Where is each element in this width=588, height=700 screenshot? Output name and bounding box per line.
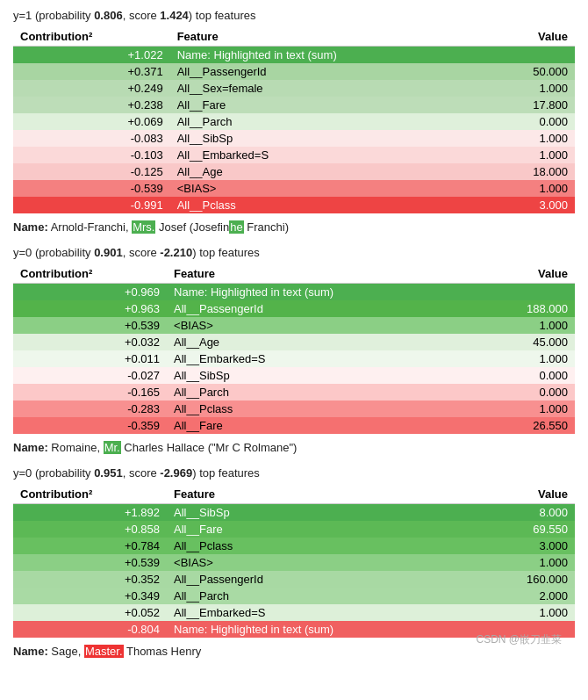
- value-cell: [477, 284, 575, 301]
- name-title-highlight: Mr.: [104, 441, 121, 454]
- watermark: CSDN @嵌刀韭菜: [476, 632, 562, 647]
- feature-cell: All__Pclass: [167, 401, 477, 417]
- contribution-cell: -0.125: [13, 163, 170, 180]
- feature-cell: All__Age: [167, 334, 477, 350]
- contribution-cell: +0.011: [13, 350, 167, 367]
- value-cell: 1.000: [477, 401, 575, 417]
- value-cell: 1.000: [477, 604, 575, 621]
- contribution-cell: -0.539: [13, 180, 170, 197]
- feature-cell: All__PassengerId: [170, 63, 486, 80]
- name-line-0: Name: Arnold-Franchi, Mrs. Josef (Josefi…: [13, 220, 575, 234]
- feature-cell: All__Fare: [167, 417, 477, 434]
- contribution-cell: -0.103: [13, 147, 170, 163]
- value-cell: 2.000: [477, 588, 575, 604]
- contribution-cell: +0.249: [13, 80, 170, 97]
- table-row: +0.032All__Age45.000: [13, 334, 575, 350]
- table-row: +0.011All__Embarked=S1.000: [13, 350, 575, 367]
- table-row: -0.125All__Age18.000: [13, 163, 575, 180]
- col-header-2: Value: [477, 264, 575, 284]
- table-row: +0.052All__Embarked=S1.000: [13, 604, 575, 621]
- value-cell: 188.000: [477, 300, 575, 317]
- feature-cell: All__Embarked=S: [167, 604, 477, 621]
- table-row: +0.069All__Parch0.000: [13, 113, 575, 130]
- table-row: +0.969Name: Highlighted in text (sum): [13, 284, 575, 301]
- table-row: -0.359All__Fare26.550: [13, 417, 575, 434]
- value-cell: 0.000: [477, 384, 575, 401]
- table-row: +1.022Name: Highlighted in text (sum): [13, 47, 575, 64]
- contribution-cell: -0.283: [13, 401, 167, 417]
- value-cell: 160.000: [477, 571, 575, 588]
- contribution-cell: +0.238: [13, 97, 170, 113]
- contribution-cell: -0.804: [13, 621, 167, 638]
- value-cell: 3.000: [477, 538, 575, 554]
- contribution-cell: +0.032: [13, 334, 167, 350]
- contribution-cell: -0.165: [13, 384, 167, 401]
- value-cell: 50.000: [486, 63, 575, 80]
- value-cell: 1.000: [477, 317, 575, 334]
- contribution-cell: +0.784: [13, 538, 167, 554]
- contribution-cell: +0.069: [13, 113, 170, 130]
- table-row: -0.283All__Pclass1.000: [13, 401, 575, 417]
- table-row: +0.963All__PassengerId188.000: [13, 300, 575, 317]
- value-cell: 1.000: [477, 350, 575, 367]
- table-1: Contribution²FeatureValue+0.969Name: Hig…: [13, 264, 575, 434]
- feature-cell: All__PassengerId: [167, 300, 477, 317]
- feature-cell: All__Age: [170, 163, 486, 180]
- table-row: +0.539<BIAS>1.000: [13, 317, 575, 334]
- table-0: Contribution²FeatureValue+1.022Name: Hig…: [13, 27, 575, 213]
- feature-cell: All__Parch: [167, 588, 477, 604]
- data-table-1: Contribution²FeatureValue+0.969Name: Hig…: [13, 264, 575, 434]
- feature-cell: All__Fare: [170, 97, 486, 113]
- name-title-highlight: Master.: [84, 645, 124, 658]
- table-row: +0.371All__PassengerId50.000: [13, 63, 575, 80]
- table-row: +0.352All__PassengerId160.000: [13, 571, 575, 588]
- feature-cell: All__Parch: [167, 384, 477, 401]
- contribution-cell: +0.969: [13, 284, 167, 301]
- feature-cell: All__Pclass: [167, 538, 477, 554]
- feature-cell: <BIAS>: [167, 554, 477, 571]
- data-table-2: Contribution²FeatureValue+1.892All__SibS…: [13, 485, 575, 638]
- table-row: -0.539<BIAS>1.000: [13, 180, 575, 197]
- contribution-cell: -0.991: [13, 197, 170, 213]
- sections-container: y=1 (probability 0.806, score 1.424) top…: [13, 9, 575, 658]
- value-cell: 3.000: [486, 197, 575, 213]
- col-header-1: Feature: [170, 27, 486, 47]
- contribution-cell: +0.349: [13, 588, 167, 604]
- feature-cell: All__Pclass: [170, 197, 486, 213]
- section-title-1: y=0 (probability 0.901, score -2.210) to…: [13, 246, 575, 259]
- contribution-cell: +1.022: [13, 47, 170, 64]
- col-header-2: Value: [486, 27, 575, 47]
- feature-cell: Name: Highlighted in text (sum): [170, 47, 486, 64]
- value-cell: 8.000: [477, 504, 575, 522]
- value-cell: 45.000: [477, 334, 575, 350]
- value-cell: 1.000: [477, 554, 575, 571]
- value-cell: 1.000: [486, 130, 575, 147]
- feature-cell: Name: Highlighted in text (sum): [167, 621, 477, 638]
- feature-cell: All__Sex=female: [170, 80, 486, 97]
- feature-cell: All__Parch: [170, 113, 486, 130]
- contribution-cell: +0.352: [13, 571, 167, 588]
- contribution-cell: +0.539: [13, 554, 167, 571]
- feature-cell: All__Fare: [167, 521, 477, 538]
- contribution-cell: -0.359: [13, 417, 167, 434]
- col-header-1: Feature: [167, 264, 477, 284]
- feature-cell: Name: Highlighted in text (sum): [167, 284, 477, 301]
- contribution-cell: +0.371: [13, 63, 170, 80]
- table-row: +0.784All__Pclass3.000: [13, 538, 575, 554]
- contribution-cell: -0.083: [13, 130, 170, 147]
- name-text-highlight: he: [229, 220, 243, 234]
- value-cell: 18.000: [486, 163, 575, 180]
- feature-cell: <BIAS>: [170, 180, 486, 197]
- feature-cell: All__PassengerId: [167, 571, 477, 588]
- feature-cell: <BIAS>: [167, 317, 477, 334]
- table-row: +1.892All__SibSp8.000: [13, 504, 575, 522]
- contribution-cell: +1.892: [13, 504, 167, 522]
- section-title-0: y=1 (probability 0.806, score 1.424) top…: [13, 9, 575, 22]
- table-row: +0.238All__Fare17.800: [13, 97, 575, 113]
- feature-cell: All__SibSp: [167, 367, 477, 384]
- table-2: Contribution²FeatureValue+1.892All__SibS…: [13, 485, 575, 638]
- value-cell: 1.000: [486, 180, 575, 197]
- section-title-2: y=0 (probability 0.951, score -2.969) to…: [13, 466, 575, 480]
- table-row: -0.103All__Embarked=S1.000: [13, 147, 575, 163]
- contribution-cell: -0.027: [13, 367, 167, 384]
